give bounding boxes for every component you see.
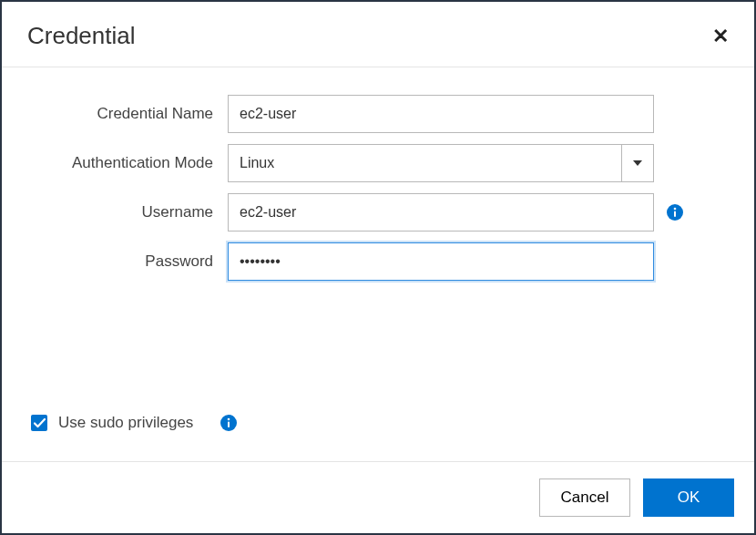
auth-mode-display[interactable]: Linux [228, 144, 621, 182]
dialog-body: Credential Name Authentication Mode Linu… [2, 67, 754, 461]
label-credential-name: Credential Name [29, 105, 228, 123]
control-wrap: Linux [228, 144, 654, 182]
svg-rect-4 [228, 422, 230, 428]
chevron-down-icon[interactable] [621, 144, 654, 182]
label-username: Username [29, 203, 228, 221]
label-sudo: Use sudo privileges [58, 414, 193, 432]
info-icon[interactable] [667, 204, 683, 221]
row-credential-name: Credential Name [29, 95, 727, 133]
control-wrap [228, 193, 683, 231]
label-auth-mode: Authentication Mode [29, 154, 228, 172]
spacer [29, 292, 727, 414]
password-input[interactable] [228, 242, 654, 281]
svg-point-5 [228, 418, 230, 421]
svg-point-2 [674, 208, 677, 211]
dialog-header: Credential ✕ [2, 2, 754, 67]
dialog-footer: Cancel OK [2, 461, 754, 533]
svg-rect-1 [674, 211, 676, 218]
row-auth-mode: Authentication Mode Linux [29, 144, 727, 182]
credential-name-input[interactable] [228, 95, 654, 133]
control-wrap [228, 95, 654, 133]
row-username: Username [29, 193, 727, 231]
close-icon[interactable]: ✕ [712, 26, 729, 46]
auth-mode-select[interactable]: Linux [228, 144, 654, 182]
control-wrap [228, 242, 654, 281]
username-input[interactable] [228, 193, 654, 231]
ok-button[interactable]: OK [643, 478, 734, 517]
row-sudo: Use sudo privileges [29, 414, 727, 443]
info-icon[interactable] [220, 415, 237, 431]
dialog-title: Credential [27, 22, 136, 50]
label-password: Password [29, 252, 228, 271]
sudo-checkbox[interactable] [31, 415, 47, 431]
cancel-button[interactable]: Cancel [539, 478, 630, 517]
row-password: Password [29, 242, 727, 281]
